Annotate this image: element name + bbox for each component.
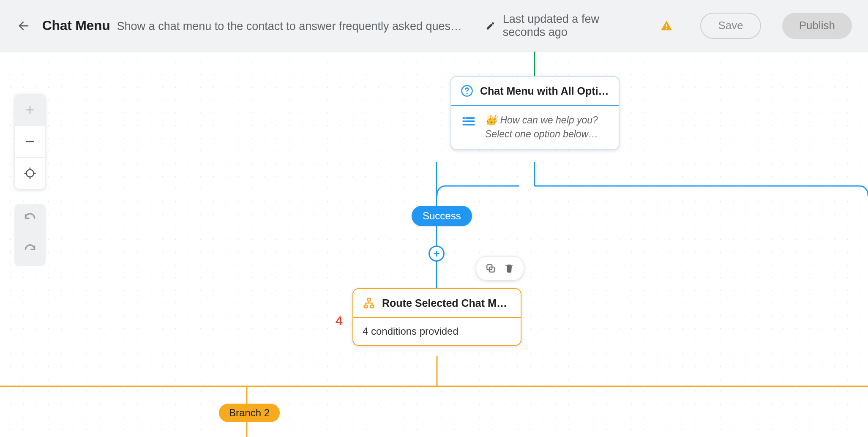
node-quick-actions: [476, 256, 524, 281]
branch-icon: [363, 297, 375, 309]
undo-icon: [23, 213, 37, 226]
history-tools: [14, 204, 46, 266]
last-updated-block: Last updated a few seconds ago: [486, 13, 673, 39]
page-title: Chat Menu: [42, 18, 110, 33]
plus-icon: [24, 104, 36, 116]
node-route[interactable]: Route Selected Chat Me… 4 conditions pro…: [352, 288, 521, 346]
view-tools: [14, 94, 46, 189]
add-step-button[interactable]: [429, 246, 445, 262]
svg-point-4: [26, 169, 34, 177]
undo-button[interactable]: [14, 204, 46, 235]
save-button[interactable]: Save: [700, 13, 761, 39]
arrow-left-icon: [17, 19, 30, 32]
workflow-canvas[interactable]: Chat Menu with All Opti… 👑 How can we he…: [0, 52, 868, 437]
redo-icon: [23, 244, 37, 257]
zoom-out-button[interactable]: [15, 126, 45, 157]
list-icon: [461, 113, 477, 131]
node-chat-menu[interactable]: Chat Menu with All Opti… 👑 How can we he…: [450, 76, 620, 150]
node-chat-menu-line1: 👑 How can we help you?: [485, 113, 598, 127]
copy-icon: [485, 263, 496, 274]
delete-node-button[interactable]: [500, 260, 519, 277]
node-chat-menu-title: Chat Menu with All Opti…: [480, 85, 609, 97]
edge-label-branch[interactable]: Branch 2: [219, 404, 280, 422]
top-bar: Chat Menu Show a chat menu to the contac…: [0, 0, 868, 52]
question-circle-icon: [461, 85, 473, 97]
pencil-icon[interactable]: [486, 20, 495, 32]
redo-button[interactable]: [14, 235, 46, 266]
publish-button[interactable]: Publish: [782, 13, 852, 39]
crosshair-icon: [24, 167, 36, 180]
last-updated-text: Last updated a few seconds ago: [503, 13, 639, 39]
zoom-in-button[interactable]: [15, 94, 45, 126]
node-chat-menu-line2: Select one option below…: [485, 127, 598, 141]
node-route-body: 4 conditions provided: [363, 325, 459, 337]
back-button[interactable]: [16, 17, 31, 35]
trash-icon: [504, 263, 514, 273]
edge-label-success[interactable]: Success: [412, 206, 472, 226]
step-index-badge: 4: [336, 314, 343, 328]
warning-icon[interactable]: [661, 19, 672, 33]
copy-node-button[interactable]: [481, 260, 500, 277]
minus-icon: [24, 136, 36, 147]
recenter-button[interactable]: [15, 158, 45, 189]
page-subtitle: Show a chat menu to the contact to answe…: [117, 20, 464, 33]
connector-route-out: [0, 356, 868, 437]
connector-incoming: [533, 52, 536, 77]
plus-icon: [432, 249, 441, 258]
connector-chatmenu-out: [437, 162, 868, 196]
node-route-title: Route Selected Chat Me…: [382, 297, 511, 309]
svg-point-11: [467, 93, 468, 94]
